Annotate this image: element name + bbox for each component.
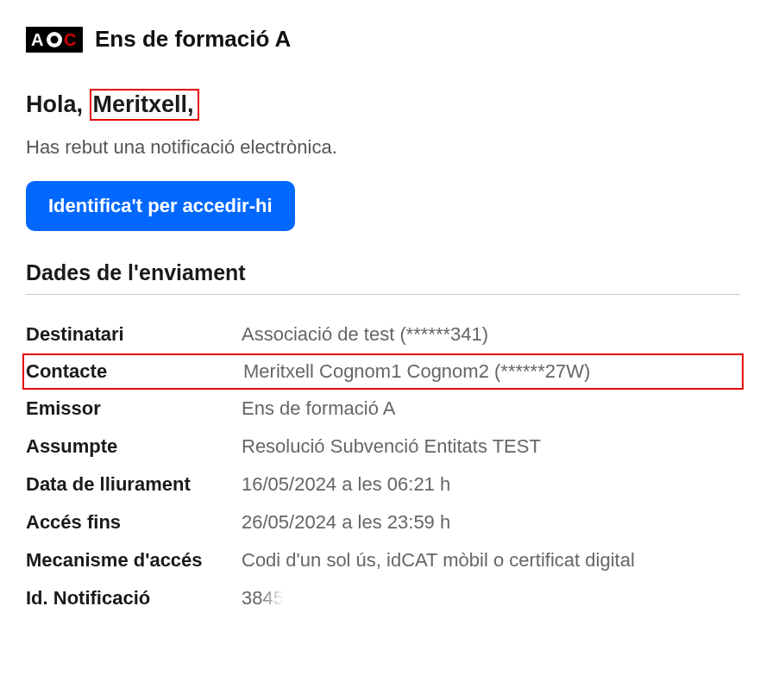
row-destinatari: Destinatari Associació de test (******34…	[26, 316, 740, 353]
value-mecanisme: Codi d'un sol ús, idCAT mòbil o certific…	[242, 549, 635, 572]
row-acces-fins: Accés fins 26/05/2024 a les 23:59 h	[26, 503, 740, 541]
aoc-logo: A C	[26, 27, 83, 53]
value-contacte: Meritxell Cognom1 Cognom2 (******27W)	[243, 360, 590, 383]
row-id-notificacio: Id. Notificació 38455	[26, 579, 740, 617]
label-assumpte: Assumpte	[26, 435, 242, 458]
label-acces-fins: Accés fins	[26, 511, 242, 534]
greeting: Hola, Meritxell,	[26, 89, 740, 121]
greeting-prefix: Hola,	[26, 91, 83, 117]
greeting-name-highlight: Meritxell,	[90, 89, 199, 121]
value-destinatari: Associació de test (******341)	[242, 323, 488, 346]
row-emissor: Emissor Ens de formació A	[26, 390, 740, 428]
value-data-lliurament: 16/05/2024 a les 06:21 h	[242, 473, 450, 496]
row-contacte-highlight: Contacte Meritxell Cognom1 Cognom2 (****…	[22, 353, 744, 390]
value-id-notificacio: 38455	[242, 587, 294, 609]
label-id-notificacio: Id. Notificació	[26, 587, 242, 609]
value-acces-fins: 26/05/2024 a les 23:59 h	[242, 511, 450, 534]
header: A C Ens de formació A	[26, 26, 740, 53]
org-name: Ens de formació A	[95, 26, 291, 53]
label-destinatari: Destinatari	[26, 323, 242, 346]
section-title: Dades de l'enviament	[26, 260, 740, 285]
value-assumpte: Resolució Subvenció Entitats TEST	[242, 435, 541, 458]
intro-text: Has rebut una notificació electrònica.	[26, 136, 740, 159]
label-mecanisme: Mecanisme d'accés	[26, 549, 242, 572]
svg-point-3	[51, 35, 59, 43]
row-data-lliurament: Data de lliurament 16/05/2024 a les 06:2…	[26, 466, 740, 503]
row-mecanisme: Mecanisme d'accés Codi d'un sol ús, idCA…	[26, 541, 740, 579]
row-assumpte: Assumpte Resolució Subvenció Entitats TE…	[26, 428, 740, 466]
identify-access-button[interactable]: Identifica't per accedir-hi	[26, 181, 295, 231]
divider	[26, 294, 740, 295]
svg-text:A: A	[31, 30, 43, 49]
svg-text:C: C	[64, 30, 76, 49]
label-contacte: Contacte	[26, 360, 243, 383]
id-notif-value-faded: 38455	[242, 587, 294, 609]
value-emissor: Ens de formació A	[242, 397, 396, 420]
label-data-lliurament: Data de lliurament	[26, 473, 242, 496]
label-emissor: Emissor	[26, 397, 242, 420]
